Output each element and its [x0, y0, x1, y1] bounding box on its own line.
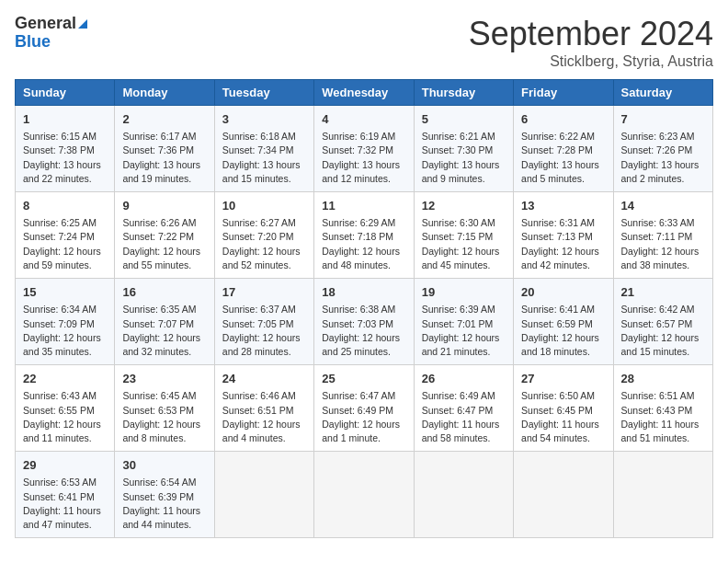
day-number: 30: [122, 457, 206, 474]
col-header-tuesday: Tuesday: [214, 80, 313, 106]
day-number: 25: [322, 371, 405, 387]
day-info: Sunrise: 6:38 AMSunset: 7:03 PMDaylight:…: [322, 303, 405, 359]
day-info: Sunrise: 6:50 AMSunset: 6:45 PMDaylight:…: [521, 389, 605, 445]
day-info: Sunrise: 6:46 AMSunset: 6:51 PMDaylight:…: [222, 389, 306, 445]
calendar-cell: 15 Sunrise: 6:34 AMSunset: 7:09 PMDaylig…: [16, 279, 115, 365]
calendar-cell: [514, 452, 613, 538]
day-info: Sunrise: 6:17 AMSunset: 7:36 PMDaylight:…: [122, 130, 206, 186]
day-info: Sunrise: 6:26 AMSunset: 7:22 PMDaylight:…: [122, 216, 206, 272]
day-info: Sunrise: 6:33 AMSunset: 7:11 PMDaylight:…: [621, 216, 705, 272]
day-info: Sunrise: 6:25 AMSunset: 7:24 PMDaylight:…: [23, 216, 107, 272]
day-info: Sunrise: 6:18 AMSunset: 7:34 PMDaylight:…: [222, 130, 306, 186]
calendar-cell: 25 Sunrise: 6:47 AMSunset: 6:49 PMDaylig…: [314, 365, 414, 452]
day-number: 1: [23, 111, 107, 128]
calendar-cell: 26 Sunrise: 6:49 AMSunset: 6:47 PMDaylig…: [414, 365, 513, 452]
calendar-cell: [314, 452, 414, 538]
day-number: 3: [222, 111, 306, 128]
calendar-table: SundayMondayTuesdayWednesdayThursdayFrid…: [15, 79, 713, 538]
day-number: 17: [222, 284, 306, 301]
calendar-cell: 24 Sunrise: 6:46 AMSunset: 6:51 PMDaylig…: [214, 365, 313, 452]
col-header-friday: Friday: [514, 80, 613, 106]
day-number: 18: [322, 284, 405, 301]
calendar-cell: 6 Sunrise: 6:22 AMSunset: 7:28 PMDayligh…: [514, 106, 613, 192]
calendar-cell: 29 Sunrise: 6:53 AMSunset: 6:41 PMDaylig…: [16, 452, 115, 538]
calendar-cell: [214, 452, 313, 538]
day-number: 13: [521, 198, 605, 214]
col-header-monday: Monday: [115, 80, 214, 106]
title-block: September 2024 Sticklberg, Styria, Austr…: [469, 15, 713, 70]
day-number: 4: [322, 111, 405, 128]
day-info: Sunrise: 6:42 AMSunset: 6:57 PMDaylight:…: [621, 303, 705, 359]
page-header: General Blue September 2024 Sticklberg, …: [15, 15, 713, 70]
col-header-wednesday: Wednesday: [314, 80, 414, 106]
calendar-cell: 23 Sunrise: 6:45 AMSunset: 6:53 PMDaylig…: [115, 365, 214, 452]
day-number: 23: [122, 371, 206, 387]
calendar-cell: 19 Sunrise: 6:39 AMSunset: 7:01 PMDaylig…: [414, 279, 513, 365]
calendar-cell: [414, 452, 513, 538]
day-info: Sunrise: 6:19 AMSunset: 7:32 PMDaylight:…: [322, 130, 405, 186]
calendar-cell: 30 Sunrise: 6:54 AMSunset: 6:39 PMDaylig…: [115, 452, 214, 538]
calendar-cell: 13 Sunrise: 6:31 AMSunset: 7:13 PMDaylig…: [514, 192, 613, 279]
day-number: 27: [521, 371, 605, 387]
day-info: Sunrise: 6:29 AMSunset: 7:18 PMDaylight:…: [322, 216, 405, 272]
day-number: 20: [521, 284, 605, 301]
calendar-cell: 4 Sunrise: 6:19 AMSunset: 7:32 PMDayligh…: [314, 106, 414, 192]
calendar-cell: 8 Sunrise: 6:25 AMSunset: 7:24 PMDayligh…: [16, 192, 115, 279]
location-title: Sticklberg, Styria, Austria: [469, 53, 713, 70]
day-number: 24: [222, 371, 306, 387]
day-info: Sunrise: 6:54 AMSunset: 6:39 PMDaylight:…: [122, 476, 206, 532]
day-number: 5: [422, 111, 506, 128]
day-info: Sunrise: 6:30 AMSunset: 7:15 PMDaylight:…: [422, 216, 506, 272]
calendar-cell: 10 Sunrise: 6:27 AMSunset: 7:20 PMDaylig…: [214, 192, 313, 279]
col-header-saturday: Saturday: [613, 80, 712, 106]
calendar-cell: 7 Sunrise: 6:23 AMSunset: 7:26 PMDayligh…: [613, 106, 712, 192]
calendar-cell: 17 Sunrise: 6:37 AMSunset: 7:05 PMDaylig…: [214, 279, 313, 365]
day-info: Sunrise: 6:35 AMSunset: 7:07 PMDaylight:…: [122, 303, 206, 359]
col-header-sunday: Sunday: [16, 80, 115, 106]
day-info: Sunrise: 6:53 AMSunset: 6:41 PMDaylight:…: [23, 476, 107, 532]
calendar-cell: 27 Sunrise: 6:50 AMSunset: 6:45 PMDaylig…: [514, 365, 613, 452]
day-info: Sunrise: 6:21 AMSunset: 7:30 PMDaylight:…: [422, 130, 506, 186]
day-number: 6: [521, 111, 605, 128]
day-number: 19: [422, 284, 506, 301]
month-title: September 2024: [469, 15, 713, 53]
day-number: 9: [122, 198, 206, 214]
day-number: 16: [122, 284, 206, 301]
calendar-week-4: 22 Sunrise: 6:43 AMSunset: 6:55 PMDaylig…: [16, 365, 713, 452]
calendar-cell: 21 Sunrise: 6:42 AMSunset: 6:57 PMDaylig…: [613, 279, 712, 365]
day-info: Sunrise: 6:51 AMSunset: 6:43 PMDaylight:…: [621, 389, 705, 445]
day-info: Sunrise: 6:37 AMSunset: 7:05 PMDaylight:…: [222, 303, 306, 359]
day-number: 22: [23, 371, 107, 387]
calendar-cell: 5 Sunrise: 6:21 AMSunset: 7:30 PMDayligh…: [414, 106, 513, 192]
calendar-cell: [613, 452, 712, 538]
col-header-thursday: Thursday: [414, 80, 513, 106]
day-number: 28: [621, 371, 705, 387]
calendar-cell: 22 Sunrise: 6:43 AMSunset: 6:55 PMDaylig…: [16, 365, 115, 452]
calendar-week-5: 29 Sunrise: 6:53 AMSunset: 6:41 PMDaylig…: [16, 452, 713, 538]
day-info: Sunrise: 6:15 AMSunset: 7:38 PMDaylight:…: [23, 130, 107, 186]
day-info: Sunrise: 6:41 AMSunset: 6:59 PMDaylight:…: [521, 303, 605, 359]
day-number: 2: [122, 111, 206, 128]
day-number: 14: [621, 198, 705, 214]
day-number: 11: [322, 198, 405, 214]
day-number: 7: [621, 111, 705, 128]
day-number: 26: [422, 371, 506, 387]
calendar-cell: 2 Sunrise: 6:17 AMSunset: 7:36 PMDayligh…: [115, 106, 214, 192]
calendar-cell: 9 Sunrise: 6:26 AMSunset: 7:22 PMDayligh…: [115, 192, 214, 279]
day-info: Sunrise: 6:45 AMSunset: 6:53 PMDaylight:…: [122, 389, 206, 445]
calendar-cell: 14 Sunrise: 6:33 AMSunset: 7:11 PMDaylig…: [613, 192, 712, 279]
day-info: Sunrise: 6:49 AMSunset: 6:47 PMDaylight:…: [422, 389, 506, 445]
calendar-cell: 1 Sunrise: 6:15 AMSunset: 7:38 PMDayligh…: [16, 106, 115, 192]
day-info: Sunrise: 6:27 AMSunset: 7:20 PMDaylight:…: [222, 216, 306, 272]
logo: General Blue: [15, 15, 87, 52]
day-number: 15: [23, 284, 107, 301]
calendar-cell: 11 Sunrise: 6:29 AMSunset: 7:18 PMDaylig…: [314, 192, 414, 279]
calendar-week-3: 15 Sunrise: 6:34 AMSunset: 7:09 PMDaylig…: [16, 279, 713, 365]
calendar-cell: 12 Sunrise: 6:30 AMSunset: 7:15 PMDaylig…: [414, 192, 513, 279]
day-number: 29: [23, 457, 107, 474]
calendar-week-2: 8 Sunrise: 6:25 AMSunset: 7:24 PMDayligh…: [16, 192, 713, 279]
day-info: Sunrise: 6:23 AMSunset: 7:26 PMDaylight:…: [621, 130, 705, 186]
day-info: Sunrise: 6:22 AMSunset: 7:28 PMDaylight:…: [521, 130, 605, 186]
day-info: Sunrise: 6:43 AMSunset: 6:55 PMDaylight:…: [23, 389, 107, 445]
day-number: 12: [422, 198, 506, 214]
